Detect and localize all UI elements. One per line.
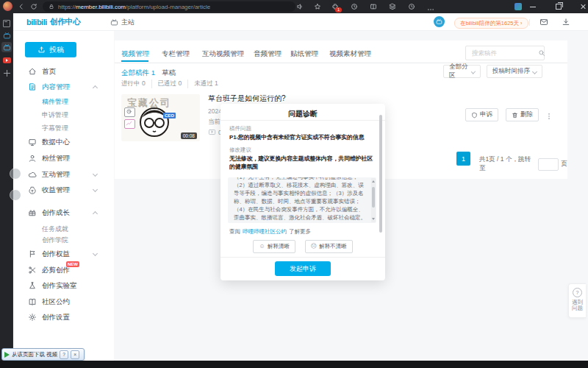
vertical-tab-strip	[0, 13, 13, 361]
user-avatar[interactable]	[434, 16, 445, 27]
more-actions-icon[interactable]	[545, 110, 553, 124]
download-bar-close-button[interactable]: ×	[71, 350, 79, 359]
download-icon[interactable]	[562, 18, 570, 26]
download-bar-help-button[interactable]: ?	[60, 350, 68, 359]
appeal-cta-button[interactable]: 发起申诉	[275, 261, 331, 276]
collections-icon[interactable]	[389, 3, 396, 10]
thumbnail-doodle-tv	[124, 107, 135, 117]
delete-button[interactable]: 删除	[506, 108, 539, 121]
rule-detail-box[interactable]: （1）无中生有，凭空编造与事实不符的虚假信息；（2）通过断章取义、移花接木、虚构…	[228, 177, 376, 223]
tab-preview-icon[interactable]	[1, 18, 12, 29]
cloud-icon	[28, 170, 37, 179]
search-icon[interactable]	[538, 49, 545, 57]
feedback-unclear-button[interactable]: ☹ 解释不清晰	[305, 240, 353, 253]
workspace-icon[interactable]	[514, 3, 522, 10]
status-passed[interactable]: 已通过 0	[151, 79, 188, 88]
community-convention-link[interactable]: 哔哩哔哩社区公约	[243, 228, 287, 236]
sidebar-item-subtitle-mgmt[interactable]: 字幕管理	[28, 124, 105, 132]
submit-button[interactable]: 投稿	[25, 42, 76, 57]
status-in-progress[interactable]: 进行中 0	[121, 79, 151, 88]
history-icon[interactable]	[408, 3, 415, 10]
category-dropdown[interactable]: 全部分区	[443, 65, 481, 78]
sidebar-item-tasks[interactable]: 任务成就	[28, 224, 105, 233]
extensions-icon[interactable]: 1	[331, 3, 339, 10]
sidebar-item-appeal-mgmt[interactable]: 申诉管理	[28, 110, 105, 119]
rule-detail-text: （1）无中生有，凭空编造与事实不符的虚假信息；（2）通过断章取义、移花接木、虚构…	[234, 177, 368, 222]
mail-icon[interactable]	[539, 18, 548, 26]
status-rejected[interactable]: 未通过 1	[187, 79, 224, 88]
sidebar-item-archive-mgmt[interactable]: 稿件管理	[28, 97, 105, 106]
sidebar-item-academy[interactable]: 创作学院	[28, 236, 105, 244]
tab-video-mgmt[interactable]: 视频管理	[121, 49, 149, 59]
chevron-up-icon	[93, 211, 98, 216]
filter-drafts[interactable]: 草稿	[162, 68, 176, 78]
sidebar-item-income-mgmt[interactable]: 收益管理	[28, 185, 91, 194]
sidebar-item-home[interactable]: 首页	[28, 67, 91, 76]
trash-icon	[512, 112, 518, 118]
read-aloud-icon[interactable]	[296, 3, 304, 10]
sidebar-item-interact-mgmt[interactable]: 互动管理	[28, 170, 91, 179]
chevron-up-icon	[93, 85, 98, 91]
page-jump-input[interactable]	[538, 158, 559, 171]
page-number-button[interactable]: 1	[456, 152, 470, 166]
detail-scrollbar[interactable]	[371, 178, 376, 222]
sidebar-item-content-mgmt[interactable]: 内容管理	[28, 82, 91, 91]
close-button[interactable]	[572, 1, 588, 13]
sidebar-item-settings[interactable]: 创作设置	[28, 313, 91, 322]
favorite-star-icon[interactable]	[314, 3, 321, 10]
scroll-up-arrow[interactable]	[372, 180, 375, 183]
site-header: bilibili 创作中心 主站 在bilibili陪伴的第1625天 ›	[13, 13, 588, 31]
sidebar-item-convention[interactable]: 社区公约	[28, 297, 91, 306]
back-icon[interactable]	[18, 3, 25, 10]
tab-sticker-mgmt[interactable]: 贴纸管理	[290, 49, 318, 59]
tab-material-mgmt[interactable]: 视频素材管理	[329, 49, 371, 59]
diagnosis-modal: 问题诊断 稿件问题 P1-您的视频中含有未经官方证实或不符合事实的信息 修改建议…	[220, 104, 385, 280]
minimize-button[interactable]	[522, 1, 544, 13]
browser-profile-avatar[interactable]	[3, 1, 12, 11]
video-thumbnail[interactable]: 宝藏公司 CEO 00:08	[121, 94, 200, 141]
feedback-clear-button[interactable]: ☺ 解释清晰	[253, 240, 295, 253]
sidebar-item-data-center[interactable]: 数据中心	[28, 138, 91, 146]
active-tab-icon[interactable]	[1, 42, 12, 52]
advice-text: 无法修改，建议更换内容主题或整体内容，共同维护社区的健康氛围	[229, 155, 376, 171]
refresh-icon[interactable]	[30, 3, 37, 10]
video-title[interactable]: 草台班子是如何运行的?	[208, 93, 340, 104]
sidebar-item-bcut[interactable]: 必剪创作 NEW	[28, 266, 91, 275]
search-box	[465, 46, 545, 60]
bilibili-tab-icon[interactable]	[1, 30, 12, 40]
download-extension-bar[interactable]: 从该页面下载 视频 ? ×	[1, 348, 85, 361]
sidebar-item-growth[interactable]: 创作成长	[28, 208, 91, 217]
new-tab-icon[interactable]	[1, 68, 12, 78]
tab-interactive-video[interactable]: 互动视频管理	[202, 49, 244, 59]
tab-audio-mgmt[interactable]: 音频管理	[254, 49, 282, 59]
help-feedback-widget[interactable]: ? 遇到 问题	[568, 283, 586, 318]
browser-essentials-icon[interactable]	[351, 3, 358, 10]
lock-icon	[49, 4, 54, 10]
appeal-button[interactable]: 申诉	[465, 108, 498, 121]
floating-extension-button[interactable]	[10, 168, 21, 180]
smile-icon: ☺	[259, 244, 265, 250]
sidebar-item-rights[interactable]: 创作权益	[28, 250, 91, 258]
divider	[529, 19, 530, 26]
scroll-thumb[interactable]	[372, 187, 375, 208]
active-tab-underline	[121, 60, 148, 62]
tab-column-mgmt[interactable]: 专栏管理	[162, 49, 190, 59]
home-icon	[28, 67, 37, 76]
sidebar-item-lab[interactable]: 创作实验室	[28, 281, 91, 290]
sort-dropdown[interactable]: 投稿时间排序	[487, 65, 542, 78]
split-screen-icon[interactable]	[370, 3, 377, 10]
search-input[interactable]	[470, 49, 535, 57]
anniversary-pill[interactable]: 在bilibili陪伴的第1625天 ›	[454, 18, 528, 29]
play-stat: 0	[208, 128, 222, 136]
bilibili-logo[interactable]: bilibili 创作中心	[26, 17, 81, 27]
main-site-link[interactable]: 主站	[110, 18, 135, 27]
address-bar[interactable]: https://member.bilibili.com/platform/upl…	[43, 1, 295, 12]
floating-extension-button[interactable]	[10, 189, 21, 201]
filter-all-archives[interactable]: 全部稿件 1	[121, 68, 155, 78]
modal-scrollbar[interactable]	[379, 107, 382, 277]
youtube-tab-icon[interactable]	[1, 55, 12, 66]
sidebar-item-fans-mgmt[interactable]: 粉丝管理	[28, 154, 91, 163]
scroll-down-arrow[interactable]	[372, 218, 375, 220]
sidebar: 投稿 首页 内容管理 稿件管理 申诉管理 字幕管理 数据中心 粉丝管理 互动管理…	[13, 31, 114, 361]
restore-button[interactable]	[548, 1, 570, 13]
